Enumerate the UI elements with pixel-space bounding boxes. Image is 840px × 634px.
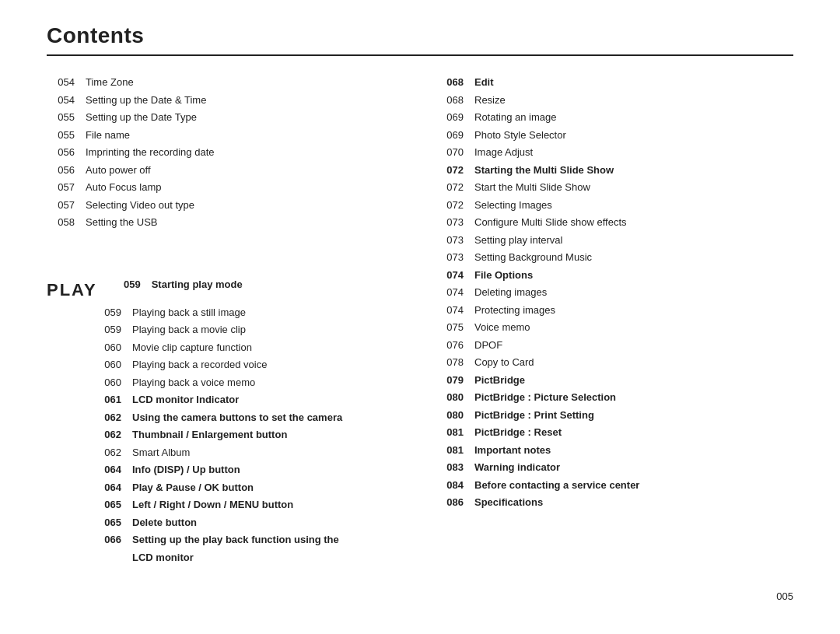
toc-entry: 054Setting up the Date & Time	[47, 93, 404, 108]
page-num: 073	[436, 215, 464, 230]
toc-entry: 083Warning indicator	[436, 460, 793, 475]
toc-entry: 060Playing back a voice memo	[47, 375, 404, 391]
entry-text: Before contacting a service center	[474, 478, 639, 493]
page-num: 074	[436, 268, 464, 283]
toc-entry: 061LCD monitor Indicator	[47, 392, 404, 408]
entry-text: Auto power off	[86, 163, 151, 178]
page-num: 072	[436, 180, 464, 195]
page-num: 070	[436, 145, 464, 160]
toc-entry: 069Photo Style Selector	[436, 128, 793, 143]
entry-text: Deleting images	[474, 285, 547, 300]
page-number: 005	[776, 590, 793, 602]
toc-entry: 069Rotating an image	[436, 110, 793, 125]
page-num: 081	[436, 443, 464, 458]
toc-entry: 075Voice memo	[436, 320, 793, 335]
page-num: 080	[436, 390, 464, 405]
right-entries: 068Edit068Resize069Rotating an image069P…	[436, 75, 793, 510]
left-top-entries: 054Time Zone054Setting up the Date & Tim…	[47, 75, 404, 230]
toc-entry: 065Delete button	[47, 515, 404, 531]
page-num: 084	[436, 478, 464, 493]
toc-entry: 081PictBridge : Reset	[436, 425, 793, 440]
page-num: 064	[47, 462, 121, 478]
entry-text: File Options	[474, 268, 533, 283]
entry-text: Resize	[474, 93, 506, 108]
toc-entry: 062Smart Album	[47, 445, 404, 461]
toc-entry: 081Important notes	[436, 443, 793, 458]
toc-entry: 060Movie clip capture function	[47, 340, 404, 356]
entry-text: Starting the Multi Slide Show	[474, 163, 614, 178]
entry-text: PictBridge : Print Setting	[474, 408, 594, 423]
left-column: 054Time Zone054Setting up the Date & Tim…	[47, 75, 404, 567]
page-footer: 005	[47, 590, 793, 602]
toc-entry: 074File Options	[436, 268, 793, 283]
toc-entry: 057Auto Focus lamp	[47, 180, 404, 195]
toc-entry: 054Time Zone	[47, 75, 404, 90]
toc-entry: 062Thumbnail / Enlargement button	[47, 427, 404, 443]
page-num: 054	[47, 93, 75, 108]
play-section: PLAY059Starting play mode059Playing back…	[47, 277, 404, 566]
page-num: 069	[436, 110, 464, 125]
toc-entry: 072Start the Multi Slide Show	[436, 180, 793, 195]
page-num: 073	[436, 233, 464, 248]
content-layout: 054Time Zone054Setting up the Date & Tim…	[47, 75, 793, 567]
entry-text: Imprinting the recording date	[86, 145, 214, 160]
page-num: 080	[436, 408, 464, 423]
page-num: 055	[47, 128, 75, 143]
page-num: 065	[47, 515, 121, 531]
entry-text: Warning indicator	[474, 460, 560, 475]
page-num: 062	[47, 410, 121, 426]
page-num: 073	[436, 250, 464, 265]
toc-entry: LCD monitor	[47, 550, 404, 566]
entry-text: Auto Focus lamp	[86, 180, 162, 195]
toc-entry: 068Resize	[436, 93, 793, 108]
toc-entry: 059Playing back a movie clip	[47, 322, 404, 338]
toc-entry: 055Setting up the Date Type	[47, 110, 404, 125]
entry-text: Edit	[474, 75, 494, 90]
entry-text: Playing back a still image	[132, 305, 246, 321]
page-num: 061	[47, 392, 121, 408]
toc-entry: 073Setting play interval	[436, 233, 793, 248]
entry-text: LCD monitor Indicator	[132, 392, 239, 408]
toc-entry: 058Setting the USB	[47, 215, 404, 230]
entry-text: Start the Multi Slide Show	[474, 180, 590, 195]
entry-text: Voice memo	[474, 320, 530, 335]
toc-entry: 062Using the camera buttons to set the c…	[47, 410, 404, 426]
page-num: 086	[436, 495, 464, 510]
entry-text: Setting play interval	[474, 233, 562, 248]
page-num: 056	[47, 163, 75, 178]
page-num: 055	[47, 110, 75, 125]
entry-text: Starting play mode	[152, 277, 243, 303]
page-num: 062	[47, 445, 121, 461]
entry-text: Movie clip capture function	[132, 340, 252, 356]
entry-text: PictBridge	[474, 373, 525, 388]
page-num: 057	[47, 198, 75, 213]
toc-entry: 056Auto power off	[47, 163, 404, 178]
page-num: 057	[47, 180, 75, 195]
page-num: 083	[436, 460, 464, 475]
page-num: 074	[436, 285, 464, 300]
entry-text: Specifications	[474, 495, 543, 510]
page-num: 064	[47, 480, 121, 496]
toc-entry: 068Edit	[436, 75, 793, 90]
entry-text: Setting the USB	[86, 215, 158, 230]
page-num: 059	[47, 305, 121, 321]
entry-text: PictBridge : Picture Selection	[474, 390, 616, 405]
page-num	[47, 550, 121, 566]
entry-text: Using the camera buttons to set the came…	[132, 410, 342, 426]
toc-entry: PLAY059Starting play mode	[47, 277, 404, 303]
entry-text: Left / Right / Down / MENU button	[132, 497, 293, 513]
toc-entry: 055File name	[47, 128, 404, 143]
title-divider	[47, 54, 793, 56]
entry-text: Smart Album	[132, 445, 190, 461]
entry-text: Playing back a voice memo	[132, 375, 255, 391]
page-num: 081	[436, 425, 464, 440]
play-label: PLAY	[47, 277, 97, 303]
entry-text: PictBridge : Reset	[474, 425, 562, 440]
page-num: 068	[436, 75, 464, 90]
entry-text: Setting up the play back function using …	[132, 532, 339, 548]
page-num: 075	[436, 320, 464, 335]
entry-text: File name	[86, 128, 130, 143]
entry-text: Time Zone	[86, 75, 134, 90]
page-num: 074	[436, 303, 464, 318]
entry-text: Rotating an image	[474, 110, 557, 125]
